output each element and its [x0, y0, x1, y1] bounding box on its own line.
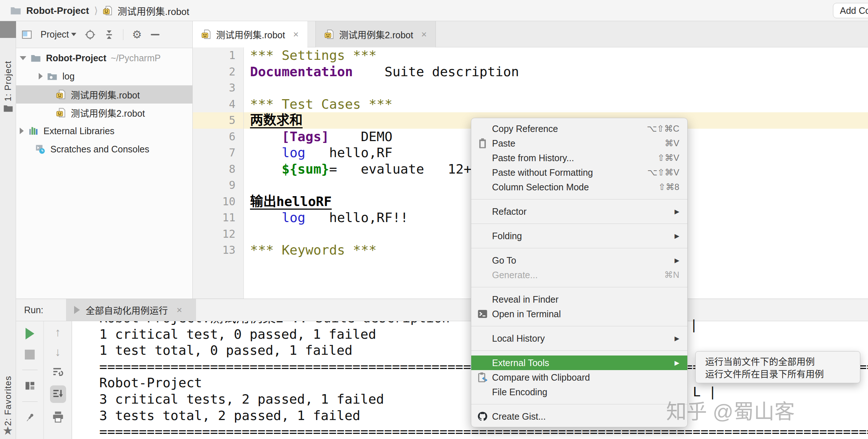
tree-item-path: ~/PycharmP: [111, 53, 161, 63]
code-line: 2Documentation Suite description: [193, 64, 868, 80]
menu-item-open-in-terminal[interactable]: Open in Terminal: [471, 307, 687, 321]
code-line: 3: [193, 80, 868, 96]
libraries-icon: [29, 126, 38, 136]
breadcrumb-file[interactable]: 测试用例集.robot: [118, 4, 189, 18]
breadcrumb-bar: Robot-Project ⟩ 测试用例集.robot Add Co: [0, 0, 868, 21]
add-configuration-button[interactable]: Add Co: [833, 3, 868, 18]
project-tool-icon[interactable]: [3, 104, 13, 112]
tree-item-log[interactable]: log: [16, 67, 192, 85]
menu-separator: [471, 350, 687, 351]
tab-label: 测试用例集2.robot: [339, 28, 413, 41]
breadcrumb: Robot-Project ⟩ 测试用例集.robot: [10, 0, 189, 21]
editor-context-menu: Copy Reference ⌥⇧⌘C Paste ⌘V Paste from …: [471, 118, 688, 427]
submenu-item-run-current-file[interactable]: 运行当前文件下的全部用例: [696, 355, 860, 367]
stop-button[interactable]: [25, 350, 35, 360]
watermark: 知乎 @蜀山客: [666, 395, 795, 424]
tree-item-label: log: [62, 71, 74, 82]
robot-file-icon: [201, 30, 211, 39]
menu-item-create-gist[interactable]: Create Gist...: [471, 409, 687, 424]
shortcut: ⌥⇧⌘C: [647, 124, 679, 134]
scroll-to-end-icon: [52, 388, 64, 399]
up-stack-icon[interactable]: ↑: [55, 326, 61, 338]
scroll-to-end-button[interactable]: [50, 385, 66, 403]
stripe-project-button[interactable]: 1: Project: [3, 43, 13, 101]
menu-item-paste-from-history[interactable]: Paste from History... ⇧⌘V: [471, 151, 687, 165]
stripe-favorites-button[interactable]: 2: Favorites: [3, 357, 13, 426]
menu-item-copy-reference[interactable]: Copy Reference ⌥⇧⌘C: [471, 121, 687, 136]
submenu-arrow-icon: ▶: [675, 257, 679, 264]
submenu-arrow-icon: ▶: [675, 232, 679, 240]
collapsed-arrow-icon[interactable]: [20, 128, 24, 134]
shortcut: ⇧⌘V: [657, 153, 679, 163]
tree-item-external-libraries[interactable]: External Libraries: [16, 122, 192, 140]
tool-window-stripe: 1: Project 2: Favorites ★: [0, 21, 16, 439]
menu-item-reveal-in-finder[interactable]: Reveal in Finder: [471, 292, 687, 307]
submenu-item-run-directory[interactable]: 运行文件所在目录下所有用例: [696, 367, 860, 380]
tree-item-file2[interactable]: 测试用例集2.robot: [16, 104, 192, 122]
submenu-arrow-icon: ▶: [675, 359, 679, 367]
submenu-arrow-icon: ▶: [675, 208, 679, 215]
menu-separator: [471, 326, 687, 326]
console-fragment: |: [690, 317, 698, 332]
star-icon[interactable]: ★: [3, 424, 13, 438]
menu-item-column-selection-mode[interactable]: Column Selection Mode ⇧⌘8: [471, 180, 687, 194]
code-line: 1*** Settings ***: [193, 47, 868, 64]
menu-item-paste[interactable]: Paste ⌘V: [471, 136, 687, 151]
editor-tab-bar: 测试用例集.robot × 测试用例集2.robot ×: [193, 21, 868, 47]
tab-file2[interactable]: 测试用例集2.robot ×: [315, 21, 436, 47]
expanded-arrow-icon[interactable]: [20, 56, 26, 60]
menu-item-refactor[interactable]: Refactor ▶: [471, 204, 687, 219]
down-stack-icon[interactable]: ↓: [55, 346, 61, 358]
project-view-icon: [22, 30, 32, 39]
submenu-arrow-icon: ▶: [675, 335, 679, 342]
run-tab[interactable]: 全部自动化用例运行 ×: [66, 299, 196, 321]
folder-icon: [31, 54, 41, 62]
robot-file-icon: [56, 90, 66, 99]
menu-separator: [471, 404, 687, 404]
menu-separator: [471, 224, 687, 224]
restore-layout-icon[interactable]: [24, 380, 35, 391]
toolbar-divider: [123, 29, 123, 40]
menu-item-file-encoding[interactable]: File Encoding: [471, 385, 687, 399]
chevron-down-icon: [71, 33, 76, 36]
close-icon[interactable]: ×: [293, 29, 299, 40]
collapsed-arrow-icon[interactable]: [39, 73, 43, 79]
project-view-selector[interactable]: Project: [41, 29, 76, 40]
project-panel-header: Project ⚙: [16, 21, 192, 48]
shortcut: ⌘N: [664, 270, 679, 280]
menu-item-generate: Generate... ⌘N: [471, 268, 687, 282]
github-icon: [476, 410, 489, 423]
robot-file-icon: [56, 108, 66, 117]
collapse-all-icon[interactable]: [104, 30, 114, 40]
menu-item-go-to[interactable]: Go To ▶: [471, 253, 687, 268]
tree-item-label: 测试用例集.robot: [71, 88, 140, 101]
run-play-icon: [74, 306, 80, 314]
pin-icon[interactable]: [24, 412, 35, 423]
tree-item-scratches[interactable]: Scratches and Consoles: [16, 140, 192, 158]
soft-wrap-icon[interactable]: [52, 366, 64, 377]
gear-icon[interactable]: ⚙: [132, 28, 142, 41]
clipboard-icon: [476, 137, 489, 149]
external-tools-submenu: 运行当前文件下的全部用例 运行文件所在目录下所有用例: [695, 351, 860, 383]
rerun-button[interactable]: [26, 328, 34, 339]
menu-separator: [471, 248, 687, 248]
breadcrumb-project[interactable]: Robot-Project: [26, 5, 89, 16]
tab-file1[interactable]: 测试用例集.robot ×: [193, 21, 307, 47]
tree-item-label: Scratches and Consoles: [50, 144, 149, 155]
tree-item-label: 测试用例集2.robot: [71, 106, 145, 119]
menu-item-folding[interactable]: Folding ▶: [471, 229, 687, 243]
folder-icon: [10, 6, 21, 15]
tree-item-file1[interactable]: 测试用例集.robot: [16, 85, 192, 104]
print-icon[interactable]: [52, 411, 64, 423]
menu-item-local-history[interactable]: Local History ▶: [471, 331, 687, 346]
close-icon[interactable]: ×: [421, 29, 427, 40]
project-tool-window: Project ⚙ Robot-Project ~/PycharmP: [16, 21, 193, 299]
close-icon[interactable]: ×: [177, 304, 182, 316]
tree-item-root[interactable]: Robot-Project ~/PycharmP: [16, 49, 192, 67]
menu-item-external-tools[interactable]: External Tools ▶: [471, 356, 687, 370]
menu-item-paste-without-formatting[interactable]: Paste without Formatting ⌥⇧⌘V: [471, 165, 687, 180]
hide-panel-icon[interactable]: [151, 34, 160, 35]
menu-item-compare-with-clipboard[interactable]: Compare with Clipboard: [471, 370, 687, 385]
compare-clipboard-icon: [476, 371, 489, 384]
locate-file-icon[interactable]: [85, 30, 95, 40]
